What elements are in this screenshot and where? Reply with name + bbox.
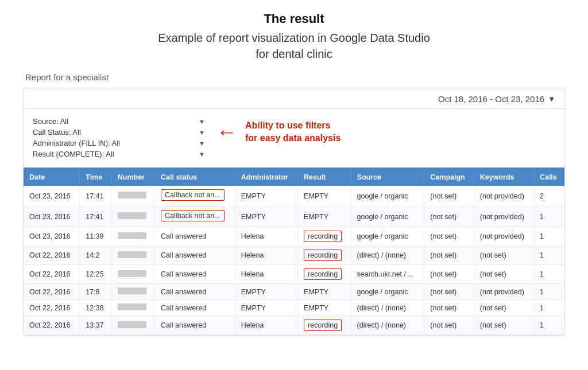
header-subtitle: Example of report visualization in Googl… <box>23 30 565 62</box>
table-cell: (not set) <box>424 284 474 300</box>
table-cell: (direct) / (none) <box>351 316 424 335</box>
table-cell: Call answered <box>155 227 235 246</box>
table-cell: Call answered <box>155 300 235 316</box>
table-cell: EMPTY <box>298 300 351 316</box>
table-row: Oct 22, 201612:25Call answeredHelenareco… <box>24 265 564 284</box>
table-cell: 1 <box>533 227 564 246</box>
filter-label: Source: All <box>33 117 194 126</box>
table-cell: search.ukr.net / ... <box>351 265 424 284</box>
table-cell <box>111 316 154 335</box>
table-row: Oct 23, 201611:39Call answeredHelenareco… <box>24 227 564 246</box>
table-cell: recording <box>298 227 351 246</box>
filter-row[interactable]: Call Status: All▼ <box>33 128 205 137</box>
table-header-cell: Date <box>24 169 80 186</box>
recording-cell: recording <box>304 320 342 331</box>
table-cell: google / organic <box>351 227 424 246</box>
filter-dropdown-icon[interactable]: ▼ <box>199 151 205 158</box>
table-cell: 12:25 <box>80 265 112 284</box>
table-cell: (not provided) <box>474 207 533 227</box>
table-cell <box>111 227 154 246</box>
filter-dropdown-icon[interactable]: ▼ <box>199 129 205 136</box>
date-range-text: Oct 18, 2016 - Oct 23, 2016 <box>438 94 544 104</box>
table-cell: recording <box>298 316 351 335</box>
table-cell: (not set) <box>424 316 474 335</box>
filter-row[interactable]: Administrator (FILL IN): All▼ <box>33 139 205 147</box>
table-cell: (not set) <box>474 265 533 284</box>
recording-cell: recording <box>304 268 342 280</box>
annotation-text: Ability to use filters for easy data ana… <box>245 119 341 144</box>
date-range-bar[interactable]: Oct 18, 2016 - Oct 23, 2016 ▼ <box>24 88 564 109</box>
table-cell: Oct 22, 2016 <box>24 300 80 316</box>
table-cell: (not provided) <box>474 227 533 246</box>
callback-cell: Callback not an... <box>161 210 225 221</box>
table-cell <box>111 246 154 265</box>
filter-dropdown-icon[interactable]: ▼ <box>199 140 205 147</box>
table-cell: (not provided) <box>474 284 533 300</box>
table-cell <box>111 300 154 316</box>
table-header-cell: Calls <box>533 169 564 186</box>
table-cell: Oct 22, 2016 <box>24 316 80 335</box>
report-label: Report for a specialist <box>23 72 565 82</box>
table-cell: EMPTY <box>298 207 351 227</box>
table-header-cell: Source <box>351 169 424 186</box>
table-cell: Call answered <box>155 265 235 284</box>
table-cell: EMPTY <box>235 284 297 300</box>
table-header: DateTimeNumberCall statusAdministratorRe… <box>24 169 564 186</box>
table-cell: 17:41 <box>80 207 112 227</box>
table-cell: recording <box>298 265 351 284</box>
filters-section: Source: All▼Call Status: All▼Administrat… <box>33 117 205 161</box>
filter-dropdown-icon[interactable]: ▼ <box>199 118 205 125</box>
table-header-cell: Keywords <box>474 169 533 186</box>
table-cell: (not set) <box>424 246 474 265</box>
table-cell <box>111 265 154 284</box>
filter-label: Administrator (FILL IN): All <box>33 139 194 147</box>
table-cell: Call answered <box>155 316 235 335</box>
table-cell: Helena <box>235 246 297 265</box>
table-cell: (not set) <box>424 207 474 227</box>
filter-row[interactable]: Result (COMPLETE): All▼ <box>33 150 205 158</box>
filter-label: Result (COMPLETE): All <box>33 150 194 158</box>
recording-cell: recording <box>304 250 342 261</box>
table-row: Oct 23, 201617:41Callback not an...EMPTY… <box>24 207 564 227</box>
table-header-cell: Administrator <box>235 169 297 186</box>
table-cell: Helena <box>235 265 297 284</box>
table-cell: 13:37 <box>80 316 112 335</box>
blurred-number <box>118 212 146 219</box>
table-cell: 12:38 <box>80 300 112 316</box>
table-cell: 17:41 <box>80 186 112 207</box>
table-header-cell: Campaign <box>424 169 474 186</box>
table-cell: EMPTY <box>235 207 297 227</box>
table-cell: (not set) <box>474 246 533 265</box>
table-cell: 2 <box>533 186 564 207</box>
date-range-dropdown-icon[interactable]: ▼ <box>548 95 555 103</box>
table-cell: (not set) <box>424 300 474 316</box>
table-cell: 1 <box>533 265 564 284</box>
table-header-cell: Number <box>111 169 154 186</box>
table-cell <box>111 284 154 300</box>
annotation-area: ← Ability to use filters for easy data a… <box>216 117 555 144</box>
callback-cell: Callback not an... <box>161 189 225 201</box>
table-cell: (not set) <box>424 227 474 246</box>
blurred-number <box>118 270 146 277</box>
table-cell: Oct 22, 2016 <box>24 246 80 265</box>
table-row: Oct 22, 201612:38Call answeredEMPTYEMPTY… <box>24 300 564 316</box>
table-cell: (not set) <box>424 265 474 284</box>
header-title: The result <box>23 11 565 26</box>
table-cell: 17:8 <box>80 284 112 300</box>
table-row: Oct 22, 201614:2Call answeredHelenarecor… <box>24 246 564 265</box>
blurred-number <box>118 321 146 328</box>
table-cell: Call answered <box>155 246 235 265</box>
filter-row[interactable]: Source: All▼ <box>33 117 205 126</box>
table-cell: google / organic <box>351 284 424 300</box>
header-section: The result Example of report visualizati… <box>23 11 565 62</box>
table-cell: EMPTY <box>235 300 297 316</box>
data-table: DateTimeNumberCall statusAdministratorRe… <box>24 169 564 335</box>
table-cell: Oct 22, 2016 <box>24 265 80 284</box>
table-cell: Oct 23, 2016 <box>24 186 80 207</box>
filter-label: Call Status: All <box>33 128 194 137</box>
table-cell <box>111 186 154 207</box>
table-cell: Oct 23, 2016 <box>24 207 80 227</box>
table-cell: EMPTY <box>298 186 351 207</box>
table-cell: 1 <box>533 207 564 227</box>
table-row: Oct 22, 201617:8Call answeredEMPTYEMPTYg… <box>24 284 564 300</box>
